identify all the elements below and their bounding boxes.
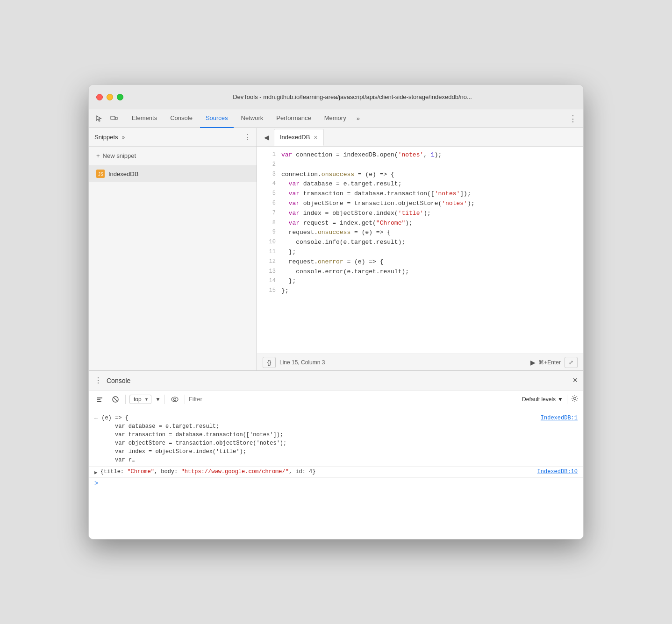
svg-rect-4 [97, 397, 102, 398]
console-close-button[interactable]: × [572, 376, 578, 385]
code-line-11: 11 }; [257, 248, 583, 257]
svg-line-8 [114, 397, 117, 401]
editor-tab-indexeddb[interactable]: IndexedDB × [274, 129, 324, 146]
svg-rect-5 [97, 399, 100, 400]
tab-network[interactable]: Network [236, 109, 269, 128]
device-icon[interactable] [107, 112, 121, 125]
editor-tab-close-button[interactable]: × [314, 134, 317, 141]
expand-button[interactable]: ⤢ [565, 357, 578, 368]
run-shortcut-label: ⌘+Enter [538, 359, 561, 366]
window-title: DevTools - mdn.github.io/learning-area/j… [129, 93, 576, 100]
console-levels-label: Default levels [522, 396, 556, 403]
code-line-9: 9 request.onsuccess = (e) => { [257, 228, 583, 238]
console-levels-selector[interactable]: Default levels ▼ [522, 396, 563, 403]
code-line-1: 1 var connection = indexedDB.open('notes… [257, 150, 583, 160]
toolbar-divider-4 [518, 395, 518, 404]
code-line-8: 8 var request = index.get("Chrome"); [257, 219, 583, 228]
code-line-3: 3 connection.onsuccess = (e) => { [257, 170, 583, 180]
console-filter-input[interactable] [189, 396, 514, 403]
svg-point-9 [172, 397, 178, 402]
editor-tab-bar: ◀ IndexedDB × [257, 128, 583, 147]
sidebar-chevron-icon[interactable]: » [122, 134, 125, 141]
context-selector[interactable]: top [129, 395, 151, 404]
code-line-13: 13 console.error(e.target.result); [257, 267, 583, 277]
svg-rect-0 [111, 116, 115, 120]
code-line-14: 14 }; [257, 277, 583, 286]
sidebar-menu-button[interactable]: ⋮ [243, 133, 251, 142]
sidebar: Snippets » ⋮ + New snippet JS IndexedDB [89, 128, 257, 370]
stop-icon[interactable] [109, 393, 122, 405]
code-editor[interactable]: 1 var connection = indexedDB.open('notes… [257, 147, 583, 354]
code-line-10: 10 console.info(e.target.result); [257, 238, 583, 248]
prompt-arrow-icon: > [94, 480, 98, 487]
code-line-4: 4 var database = e.target.result; [257, 179, 583, 189]
console-source-link-2[interactable]: IndexedDB:10 [537, 468, 578, 475]
console-title: Console [107, 377, 130, 384]
context-selector-wrapper: top [129, 395, 151, 404]
editor-area: ◀ IndexedDB × 1 var connection = indexed… [257, 128, 583, 370]
devtools-icons [93, 112, 121, 125]
toolbar-divider [125, 395, 126, 404]
console-arrow-icon: ← [94, 414, 98, 423]
expand-triangle-icon[interactable]: ▶ [94, 468, 98, 475]
play-icon: ▶ [530, 359, 536, 366]
more-tabs-button[interactable]: » [354, 115, 363, 122]
eye-icon[interactable] [169, 393, 181, 405]
console-output: ← (e) => { var database = e.target.resul… [89, 408, 583, 539]
snippet-file-icon: JS [96, 170, 105, 178]
console-source-link-1[interactable]: IndexedDB:1 [541, 414, 578, 422]
tab-console[interactable]: Console [164, 109, 198, 128]
editor-back-button[interactable]: ◀ [261, 132, 272, 143]
svg-rect-1 [115, 117, 117, 120]
code-line-2: 2 [257, 160, 583, 170]
svg-point-10 [173, 398, 176, 400]
console-header: ⋮ Console × [89, 371, 583, 390]
plus-icon: + [96, 152, 100, 159]
cursor-position: Line 15, Column 3 [279, 359, 325, 366]
tab-performance[interactable]: Performance [271, 109, 316, 128]
title-bar: DevTools - mdn.github.io/learning-area/j… [89, 85, 583, 109]
svg-text:JS: JS [98, 172, 103, 177]
run-button[interactable]: ▶ ⌘+Enter [530, 359, 561, 366]
sidebar-header: Snippets » ⋮ [89, 128, 257, 147]
console-menu-icon[interactable]: ⋮ [94, 376, 102, 385]
tab-elements[interactable]: Elements [126, 109, 163, 128]
console-entry-code-2: {title: "Chrome", body: "https://www.goo… [100, 468, 535, 475]
format-button[interactable]: {} [263, 357, 276, 368]
devtools-window: DevTools - mdn.github.io/learning-area/j… [88, 85, 584, 539]
context-dropdown-arrow[interactable]: ▼ [155, 396, 161, 403]
main-area: Snippets » ⋮ + New snippet JS IndexedDB [89, 128, 583, 371]
console-section: ⋮ Console × top [89, 371, 583, 539]
snippet-item-indexeddb[interactable]: JS IndexedDB [89, 165, 257, 182]
svg-rect-6 [97, 401, 101, 402]
clear-console-button[interactable] [93, 393, 106, 405]
close-button[interactable] [96, 94, 103, 100]
minimize-button[interactable] [107, 94, 113, 100]
toolbar-divider-3 [185, 395, 185, 404]
console-entry-2: ▶ {title: "Chrome", body: "https://www.g… [89, 467, 583, 478]
inspect-icon[interactable] [93, 112, 106, 125]
new-snippet-label: New snippet [103, 152, 136, 159]
console-prompt: > [89, 478, 583, 489]
toolbar-divider-2 [164, 395, 165, 404]
code-line-12: 12 request.onerror = (e) => { [257, 257, 583, 267]
code-line-6: 6 var objectStore = transaction.objectSt… [257, 199, 583, 209]
devtools-tab-bar: Elements Console Sources Network Perform… [89, 109, 583, 128]
code-line-15: 15 }; [257, 286, 583, 296]
toolbar-divider-5 [567, 395, 567, 404]
sidebar-title: Snippets [94, 134, 118, 141]
console-entry-1: ← (e) => { var database = e.target.resul… [89, 412, 583, 467]
new-snippet-button[interactable]: + New snippet [89, 147, 257, 165]
console-entry-code-1: (e) => { var database = e.target.result;… [101, 414, 537, 464]
console-toolbar: top ▼ Default levels ▼ [89, 390, 583, 408]
svg-point-11 [574, 397, 576, 399]
tab-memory[interactable]: Memory [319, 109, 352, 128]
maximize-button[interactable] [117, 94, 123, 100]
editor-tab-label: IndexedDB [280, 134, 310, 141]
snippet-name: IndexedDB [108, 170, 138, 177]
tab-sources[interactable]: Sources [200, 109, 234, 128]
settings-icon[interactable] [571, 395, 579, 404]
code-line-7: 7 var index = objectStore.index('title')… [257, 209, 583, 219]
devtools-menu-button[interactable]: ⋮ [566, 112, 579, 125]
code-line-5: 5 var transaction = database.transaction… [257, 189, 583, 199]
